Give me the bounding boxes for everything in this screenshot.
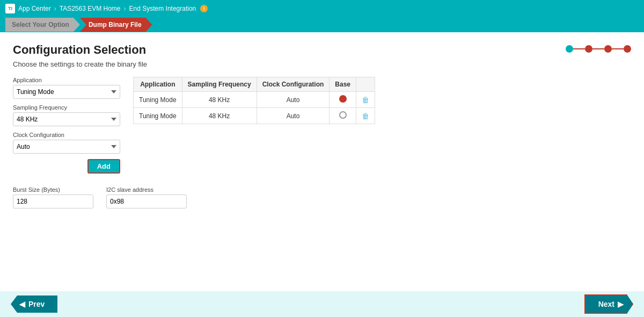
warning-icon: ! xyxy=(200,5,208,12)
col-sampling: Sampling Frequency xyxy=(182,77,257,92)
page-subtitle: Choose the settings to create the binary… xyxy=(13,60,631,68)
application-group: Application Tuning Mode Mode 2 Mode 3 xyxy=(13,77,120,99)
prev-arrow: ◀ xyxy=(19,300,25,308)
main-content: Configuration Selection Choose the setti… xyxy=(0,32,644,291)
form-section: Application Tuning Mode Mode 2 Mode 3 Sa… xyxy=(13,77,631,174)
step-dot-1 xyxy=(566,45,573,53)
next-label: Next xyxy=(598,300,614,308)
radio-selected-1[interactable] xyxy=(339,95,347,103)
row1-clock: Auto xyxy=(257,92,330,108)
sampling-freq-group: Sampling Frequency 48 KHz 44.1 KHz 96 KH… xyxy=(13,104,120,126)
clock-config-label: Clock Configuration xyxy=(13,132,120,138)
nav-end-system[interactable]: End System Integration xyxy=(129,5,196,12)
prev-button[interactable]: ◀ Prev xyxy=(11,296,57,313)
app-icon: TI xyxy=(5,4,15,13)
application-label: Application xyxy=(13,77,120,83)
step-indicator xyxy=(566,45,631,53)
next-arrow: ▶ xyxy=(618,300,624,308)
prev-label: Prev xyxy=(28,300,45,308)
row2-base[interactable] xyxy=(330,108,356,124)
row2-sampling: 48 KHz xyxy=(182,108,257,124)
nav-evm-home[interactable]: TAS2563 EVM Home xyxy=(60,5,121,12)
step-tabs: Select Your Option Dump Binary File xyxy=(0,17,644,32)
nav-sep-2: › xyxy=(124,5,126,12)
delete-icon-2[interactable]: 🗑 xyxy=(362,112,369,120)
step-line-3 xyxy=(612,48,624,49)
col-application: Application xyxy=(134,77,182,92)
row2-clock: Auto xyxy=(257,108,330,124)
form-left: Application Tuning Mode Mode 2 Mode 3 Sa… xyxy=(13,77,120,174)
table-row: Tuning Mode 48 KHz Auto 🗑 xyxy=(134,92,375,108)
burst-size-label: Burst Size (Bytes) xyxy=(13,186,93,193)
row2-delete[interactable]: 🗑 xyxy=(356,108,375,124)
add-button[interactable]: Add xyxy=(87,159,120,174)
step-dot-2 xyxy=(585,45,592,53)
footer: ◀ Prev Next ▶ xyxy=(0,291,644,317)
top-bar: TI App Center › TAS2563 EVM Home › End S… xyxy=(0,0,644,17)
row1-delete[interactable]: 🗑 xyxy=(356,92,375,108)
row1-application: Tuning Mode xyxy=(134,92,182,108)
step-dot-3 xyxy=(604,45,612,53)
page-title: Configuration Selection xyxy=(13,43,631,57)
i2c-group: I2C slave address xyxy=(106,186,187,208)
i2c-label: I2C slave address xyxy=(106,186,187,193)
next-button[interactable]: Next ▶ xyxy=(584,294,633,314)
clock-config-group: Clock Configuration Auto Manual xyxy=(13,132,120,154)
nav-sep-1: › xyxy=(54,5,56,12)
table-container: Application Sampling Frequency Clock Con… xyxy=(133,77,631,124)
sampling-freq-select[interactable]: 48 KHz 44.1 KHz 96 KHz xyxy=(13,112,120,126)
clock-config-select[interactable]: Auto Manual xyxy=(13,140,120,154)
add-btn-row: Add xyxy=(13,159,120,174)
row2-application: Tuning Mode xyxy=(134,108,182,124)
step-tab-select-option[interactable]: Select Your Option xyxy=(5,18,80,32)
i2c-input[interactable] xyxy=(106,194,187,208)
step-line-1 xyxy=(573,48,585,49)
col-base: Base xyxy=(330,77,356,92)
delete-icon-1[interactable]: 🗑 xyxy=(362,96,369,104)
col-clock: Clock Configuration xyxy=(257,77,330,92)
table-row: Tuning Mode 48 KHz Auto 🗑 xyxy=(134,108,375,124)
step-dot-4 xyxy=(624,45,631,53)
bottom-fields: Burst Size (Bytes) I2C slave address xyxy=(13,186,631,208)
application-select[interactable]: Tuning Mode Mode 2 Mode 3 xyxy=(13,85,120,99)
table-header-row: Application Sampling Frequency Clock Con… xyxy=(134,77,375,92)
col-actions xyxy=(356,77,375,92)
step-line-2 xyxy=(592,48,604,49)
step-tab-dump-binary[interactable]: Dump Binary File xyxy=(80,18,152,32)
burst-size-input[interactable] xyxy=(13,194,93,208)
nav-app-center[interactable]: App Center xyxy=(18,5,51,12)
config-table: Application Sampling Frequency Clock Con… xyxy=(133,77,375,124)
row1-base[interactable] xyxy=(330,92,356,108)
sampling-freq-label: Sampling Frequency xyxy=(13,104,120,111)
row1-sampling: 48 KHz xyxy=(182,92,257,108)
radio-unselected-2[interactable] xyxy=(339,111,347,119)
burst-size-group: Burst Size (Bytes) xyxy=(13,186,93,208)
